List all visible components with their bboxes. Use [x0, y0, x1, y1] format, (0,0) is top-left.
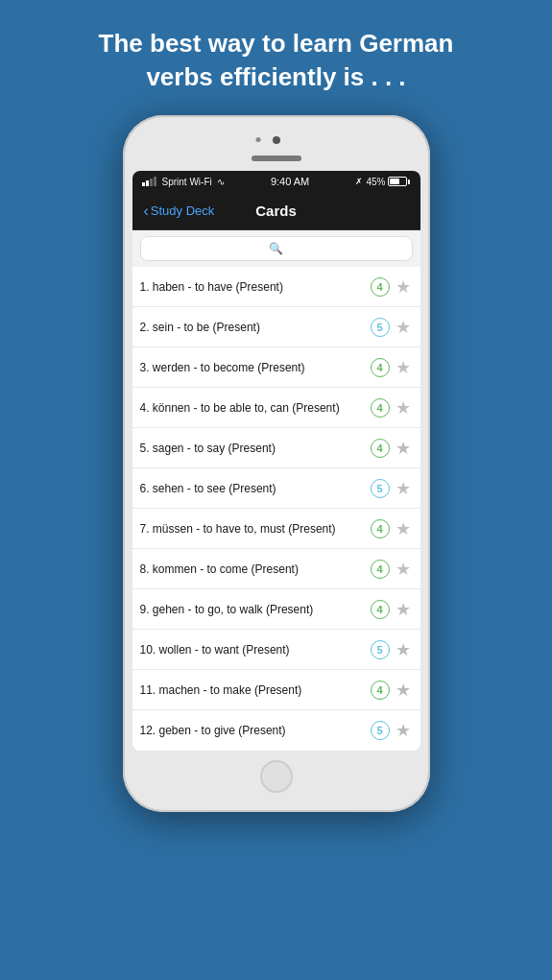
item-star[interactable]: ★ [396, 397, 411, 418]
item-text: 9. gehen - to go, to walk (Present) [140, 603, 371, 616]
item-text: 3. werden - to become (Present) [140, 361, 371, 374]
item-text: 8. kommen - to come (Present) [140, 562, 371, 576]
list-item[interactable]: 3. werden - to become (Present)4★ [132, 347, 420, 388]
bluetooth-icon: ✗ [355, 177, 363, 186]
item-badge: 4 [371, 277, 390, 297]
headline-line1: The best way to learn German [99, 29, 454, 58]
item-badge: 4 [371, 560, 390, 579]
back-label: Study Deck [151, 203, 214, 218]
item-text: 12. geben - to give (Present) [140, 724, 371, 737]
item-badge: 5 [371, 721, 390, 740]
item-star[interactable]: ★ [396, 317, 411, 338]
item-text: 1. haben - to have (Present) [140, 280, 371, 294]
back-button[interactable]: ‹ Study Deck [144, 203, 215, 219]
list-item[interactable]: 11. machen - to make (Present)4★ [132, 670, 420, 710]
item-star[interactable]: ★ [396, 599, 411, 620]
list-item[interactable]: 8. kommen - to come (Present)4★ [132, 549, 420, 589]
search-bar[interactable]: 🔍 [140, 236, 413, 261]
list-item[interactable]: 7. müssen - to have to, must (Present)4★ [132, 509, 420, 549]
time-display: 9:40 AM [271, 176, 309, 187]
item-text: 2. sein - to be (Present) [140, 321, 371, 334]
phone-dot [255, 137, 260, 142]
phone-screen: Sprint Wi-Fi ∿ 9:40 AM ✗ 45% ‹ Study Dec… [132, 171, 420, 751]
headline: The best way to learn German verbs effic… [60, 0, 492, 115]
item-badge: 4 [371, 519, 390, 538]
item-text: 10. wollen - to want (Present) [140, 643, 371, 657]
item-star[interactable]: ★ [396, 357, 411, 378]
item-badge: 4 [371, 439, 390, 458]
list-item[interactable]: 6. sehen - to see (Present)5★ [132, 468, 420, 509]
list-item[interactable]: 5. sagen - to say (Present)4★ [132, 428, 420, 468]
item-badge: 5 [371, 318, 390, 337]
phone-camera [273, 136, 280, 144]
home-button[interactable] [260, 760, 293, 793]
item-text: 4. können - to be able to, can (Present) [140, 401, 371, 415]
list-item[interactable]: 1. haben - to have (Present)4★ [132, 267, 420, 307]
wifi-icon: ∿ [217, 177, 225, 187]
list-item[interactable]: 12. geben - to give (Present)5★ [132, 710, 420, 751]
chevron-left-icon: ‹ [144, 203, 149, 219]
status-bar: Sprint Wi-Fi ∿ 9:40 AM ✗ 45% [132, 171, 420, 192]
cards-list: 1. haben - to have (Present)4★2. sein - … [132, 267, 420, 751]
phone-speaker [252, 155, 301, 161]
item-star[interactable]: ★ [396, 518, 411, 539]
item-badge: 4 [371, 600, 390, 619]
item-star[interactable]: ★ [396, 276, 411, 298]
list-item[interactable]: 9. gehen - to go, to walk (Present)4★ [132, 589, 420, 630]
item-badge: 4 [371, 398, 390, 418]
item-star[interactable]: ★ [396, 720, 411, 741]
item-star[interactable]: ★ [396, 438, 411, 459]
item-star[interactable]: ★ [396, 559, 411, 580]
item-badge: 4 [371, 681, 390, 700]
battery-pct: 45% [366, 177, 385, 187]
item-text: 5. sagen - to say (Present) [140, 442, 371, 455]
item-badge: 5 [371, 479, 390, 498]
item-star[interactable]: ★ [396, 680, 411, 701]
status-left: Sprint Wi-Fi ∿ [142, 177, 225, 187]
battery-icon [388, 177, 410, 186]
phone-bottom [132, 751, 420, 799]
list-item[interactable]: 2. sein - to be (Present)5★ [132, 307, 420, 347]
item-badge: 4 [371, 358, 390, 377]
phone-frame: Sprint Wi-Fi ∿ 9:40 AM ✗ 45% ‹ Study Dec… [123, 115, 430, 812]
carrier-label: Sprint Wi-Fi [162, 177, 212, 187]
nav-bar: ‹ Study Deck Cards [132, 192, 420, 230]
item-text: 6. sehen - to see (Present) [140, 482, 371, 495]
search-icon: 🔍 [269, 242, 283, 255]
item-text: 7. müssen - to have to, must (Present) [140, 522, 371, 536]
nav-title: Cards [255, 203, 297, 219]
list-item[interactable]: 10. wollen - to want (Present)5★ [132, 630, 420, 670]
signal-bars [142, 177, 156, 186]
search-bar-container: 🔍 [132, 230, 420, 267]
status-right: ✗ 45% [355, 177, 410, 187]
item-text: 11. machen - to make (Present) [140, 683, 371, 697]
item-badge: 5 [371, 640, 390, 659]
list-item[interactable]: 4. können - to be able to, can (Present)… [132, 388, 420, 428]
phone-top-bar [132, 129, 420, 171]
headline-line2: verbs efficiently is . . . [146, 62, 405, 91]
item-star[interactable]: ★ [396, 478, 411, 499]
item-star[interactable]: ★ [396, 639, 411, 660]
